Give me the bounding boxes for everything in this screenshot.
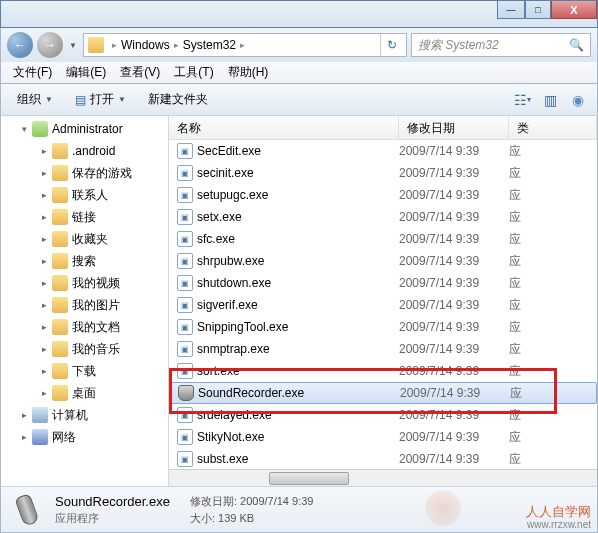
file-row[interactable]: ▣snmptrap.exe2009/7/14 9:39应 [169, 338, 597, 360]
tree-toggle-icon[interactable]: ▸ [39, 300, 50, 311]
sidebar[interactable]: ▾Administrator▸.android▸保存的游戏▸联系人▸链接▸收藏夹… [1, 116, 169, 486]
file-date: 2009/7/14 9:39 [399, 144, 509, 158]
minimize-button[interactable]: — [497, 1, 525, 19]
tree-item[interactable]: ▸搜索 [1, 250, 168, 272]
tree-item[interactable]: ▸网络 [1, 426, 168, 448]
tree-item-label: .android [72, 144, 115, 158]
tree-item[interactable]: ▸联系人 [1, 184, 168, 206]
tree-toggle-icon[interactable]: ▸ [39, 256, 50, 267]
tree-item[interactable]: ▸收藏夹 [1, 228, 168, 250]
preview-pane-button[interactable]: ▥ [539, 89, 561, 111]
tree-item[interactable]: ▸下载 [1, 360, 168, 382]
file-type: 应 [509, 429, 521, 446]
file-date: 2009/7/14 9:39 [399, 232, 509, 246]
view-options-button[interactable]: ☷▾ [511, 89, 533, 111]
tree-toggle-icon[interactable]: ▾ [19, 124, 30, 135]
tree-toggle-icon[interactable]: ▸ [19, 410, 30, 421]
breadcrumb[interactable]: ▸ Windows ▸ System32 ▸ ↻ [83, 33, 407, 57]
file-type: 应 [509, 407, 521, 424]
file-row[interactable]: ▣srdelayed.exe2009/7/14 9:39应 [169, 404, 597, 426]
column-name[interactable]: 名称 [169, 116, 399, 139]
tree-toggle-icon[interactable]: ▸ [39, 190, 50, 201]
breadcrumb-item-windows[interactable]: Windows [121, 38, 170, 52]
organize-button[interactable]: 组织 ▼ [9, 87, 61, 112]
close-button[interactable]: X [551, 1, 597, 19]
column-type[interactable]: 类 [509, 116, 597, 139]
dropdown-icon: ▼ [45, 95, 53, 104]
open-label: 打开 [90, 91, 114, 108]
tree-toggle-icon[interactable]: ▸ [39, 168, 50, 179]
scrollbar-thumb[interactable] [269, 472, 349, 485]
horizontal-scrollbar[interactable] [169, 469, 597, 486]
file-row[interactable]: ▣SnippingTool.exe2009/7/14 9:39应 [169, 316, 597, 338]
tree-toggle-icon[interactable]: ▸ [39, 322, 50, 333]
pc-icon [32, 407, 48, 423]
open-button[interactable]: ▤ 打开 ▼ [67, 87, 134, 112]
tree-toggle-icon[interactable]: ▸ [39, 212, 50, 223]
exe-icon: ▣ [177, 253, 193, 269]
file-row[interactable]: SoundRecorder.exe2009/7/14 9:39应 [169, 382, 597, 404]
tree-item-label: Administrator [52, 122, 123, 136]
tree-toggle-icon[interactable]: ▸ [39, 366, 50, 377]
exe-icon: ▣ [177, 363, 193, 379]
exe-icon: ▣ [177, 165, 193, 181]
folder-icon [52, 143, 68, 159]
file-row[interactable]: ▣setx.exe2009/7/14 9:39应 [169, 206, 597, 228]
tree-toggle-icon[interactable]: ▸ [19, 432, 30, 443]
file-row[interactable]: ▣shrpubw.exe2009/7/14 9:39应 [169, 250, 597, 272]
tree-item[interactable]: ▸.android [1, 140, 168, 162]
tree-item[interactable]: ▸链接 [1, 206, 168, 228]
tree-toggle-icon[interactable]: ▸ [39, 234, 50, 245]
window-titlebar: — □ X [0, 0, 598, 28]
file-row[interactable]: ▣SecEdit.exe2009/7/14 9:39应 [169, 140, 597, 162]
tree-item[interactable]: ▸我的图片 [1, 294, 168, 316]
nav-forward-button[interactable]: → [37, 32, 63, 58]
breadcrumb-item-system32[interactable]: System32 [183, 38, 236, 52]
new-folder-button[interactable]: 新建文件夹 [140, 87, 216, 112]
file-name: SecEdit.exe [197, 144, 261, 158]
file-row[interactable]: ▣secinit.exe2009/7/14 9:39应 [169, 162, 597, 184]
nav-history-dropdown[interactable]: ▼ [67, 35, 79, 55]
tree-toggle-icon[interactable]: ▸ [39, 388, 50, 399]
tree-item[interactable]: ▸我的文档 [1, 316, 168, 338]
tree-toggle-icon[interactable]: ▸ [39, 344, 50, 355]
folder-icon [52, 363, 68, 379]
file-row[interactable]: ▣setupugc.exe2009/7/14 9:39应 [169, 184, 597, 206]
file-row[interactable]: ▣subst.exe2009/7/14 9:39应 [169, 448, 597, 469]
search-input[interactable]: 搜索 System32 🔍 [411, 33, 591, 57]
file-row[interactable]: ▣sfc.exe2009/7/14 9:39应 [169, 228, 597, 250]
details-title: SoundRecorder.exe [55, 494, 170, 509]
tree-item[interactable]: ▸我的音乐 [1, 338, 168, 360]
nav-back-button[interactable]: ← [7, 32, 33, 58]
tree-item-label: 我的图片 [72, 297, 120, 314]
file-row[interactable]: ▣shutdown.exe2009/7/14 9:39应 [169, 272, 597, 294]
file-row[interactable]: ▣sort.exe2009/7/14 9:39应 [169, 360, 597, 382]
tree-toggle-icon[interactable]: ▸ [39, 146, 50, 157]
menubar: 文件(F) 编辑(E) 查看(V) 工具(T) 帮助(H) [0, 62, 598, 84]
maximize-button[interactable]: □ [525, 1, 551, 19]
tree-item[interactable]: ▸保存的游戏 [1, 162, 168, 184]
file-name: SnippingTool.exe [197, 320, 288, 334]
tree-toggle-icon[interactable]: ▸ [39, 278, 50, 289]
menu-view[interactable]: 查看(V) [114, 62, 166, 83]
menu-help[interactable]: 帮助(H) [222, 62, 275, 83]
folder-icon [52, 209, 68, 225]
menu-edit[interactable]: 编辑(E) [60, 62, 112, 83]
file-rows[interactable]: ▣SecEdit.exe2009/7/14 9:39应▣secinit.exe2… [169, 140, 597, 469]
tree-item[interactable]: ▸桌面 [1, 382, 168, 404]
file-name: shrpubw.exe [197, 254, 264, 268]
refresh-button[interactable]: ↻ [380, 34, 402, 56]
folder-icon [52, 165, 68, 181]
help-button[interactable]: ◉ [567, 89, 589, 111]
column-date[interactable]: 修改日期 [399, 116, 509, 139]
breadcrumb-sep-icon: ▸ [112, 40, 117, 50]
menu-tools[interactable]: 工具(T) [168, 62, 219, 83]
tree-item[interactable]: ▾Administrator [1, 118, 168, 140]
search-icon[interactable]: 🔍 [569, 38, 584, 52]
tree-item[interactable]: ▸计算机 [1, 404, 168, 426]
file-row[interactable]: ▣sigverif.exe2009/7/14 9:39应 [169, 294, 597, 316]
file-row[interactable]: ▣StikyNot.exe2009/7/14 9:39应 [169, 426, 597, 448]
folder-icon [88, 37, 104, 53]
tree-item[interactable]: ▸我的视频 [1, 272, 168, 294]
menu-file[interactable]: 文件(F) [7, 62, 58, 83]
